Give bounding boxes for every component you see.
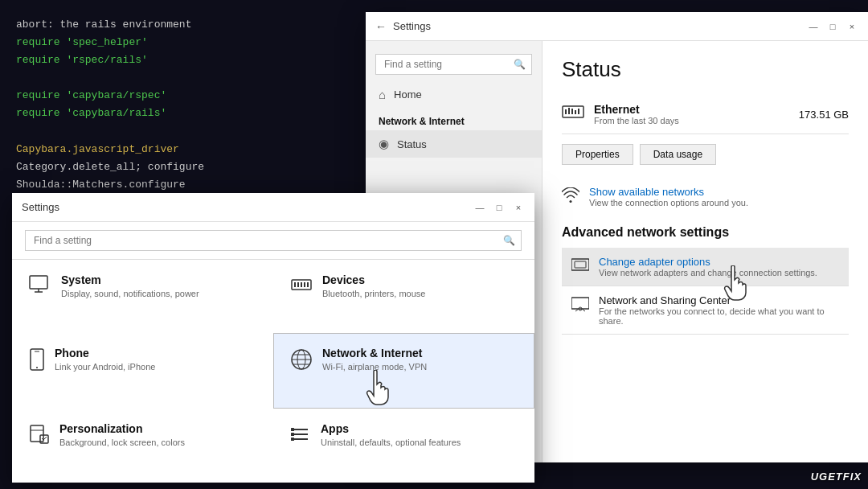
sidebar-home-label: Home (394, 88, 422, 101)
svg-rect-29 (31, 425, 43, 442)
front-search-input[interactable] (25, 230, 522, 251)
adapter-change-title[interactable]: Change adapter options (599, 256, 817, 268)
close-btn-back[interactable]: × (845, 20, 858, 33)
svg-rect-36 (291, 433, 294, 436)
settings-item-network[interactable]: Network & Internet Wi-Fi, airplane mode,… (273, 333, 534, 409)
front-search-bar: 🔍 (12, 222, 534, 260)
system-icon (29, 275, 51, 300)
sidebar-search-icon: 🔍 (514, 59, 526, 70)
title-bar-front: Settings — □ × (12, 193, 534, 222)
show-networks-sub: View the connection options around you. (589, 198, 748, 208)
svg-rect-7 (575, 261, 586, 268)
status-title: Status (562, 57, 849, 82)
svg-rect-20 (307, 282, 309, 287)
personalization-icon (29, 424, 50, 450)
title-bar-back: ← Settings — □ × (366, 12, 868, 41)
sidebar-search-input[interactable] (375, 54, 532, 75)
network-title: Network & Internet (322, 347, 427, 360)
apps-sub: Uninstall, defaults, optional features (321, 437, 461, 449)
status-icon: ◉ (379, 137, 389, 151)
svg-rect-37 (291, 438, 294, 441)
sidebar-status-label: Status (397, 138, 427, 150)
svg-rect-19 (304, 282, 305, 287)
advanced-title: Advanced network settings (562, 225, 849, 240)
settings-item-personalization[interactable]: Personalization Background, lock screen,… (12, 409, 273, 483)
svg-point-22 (36, 367, 38, 368)
svg-rect-1 (565, 109, 567, 114)
front-search-icon: 🔍 (503, 235, 515, 246)
sidebar-item-home[interactable]: ⌂ Home (366, 81, 542, 108)
adapter-option-sharing[interactable]: Network and Sharing Center For the netwo… (562, 286, 849, 335)
devices-title: Devices (322, 273, 425, 286)
devices-sub: Bluetooth, printers, mouse (322, 288, 425, 300)
settings-item-system[interactable]: System Display, sound, notifications, po… (12, 260, 273, 333)
title-back: Settings (393, 20, 807, 32)
svg-rect-3 (571, 109, 573, 114)
adapter-sharing-sub: For the networks you connect to, decide … (599, 306, 839, 326)
data-usage-button[interactable]: Data usage (640, 144, 716, 165)
svg-rect-2 (568, 108, 570, 114)
maximize-btn-back[interactable]: □ (826, 20, 839, 33)
minimize-btn-back[interactable]: — (807, 20, 820, 33)
sidebar-search-wrap: 🔍 (375, 54, 532, 75)
adapter-icon (571, 257, 589, 276)
minimize-btn-front[interactable]: — (473, 201, 486, 214)
settings-item-phone[interactable]: Phone Link your Android, iPhone (12, 333, 273, 409)
settings-window-front: Settings — □ × 🔍 (12, 193, 534, 483)
back-main-content: Status Ethernet (542, 41, 868, 462)
ethernet-name: Ethernet (594, 103, 679, 116)
ethernet-sub: From the last 30 days (594, 116, 679, 125)
ethernet-card: Ethernet From the last 30 days 173.51 GB (562, 95, 849, 134)
svg-rect-6 (571, 259, 589, 270)
phone-sub: Link your Android, iPhone (55, 361, 155, 373)
maximize-btn-front[interactable]: □ (493, 201, 506, 214)
apps-icon (290, 424, 311, 450)
ethernet-size: 173.51 GB (799, 109, 849, 121)
adapter-change-sub: View network adapters and change connect… (599, 268, 817, 277)
system-title: System (61, 273, 199, 286)
personalization-sub: Background, lock screen, colors (59, 437, 185, 449)
close-btn-front[interactable]: × (512, 201, 525, 214)
show-networks: Show available networks View the connect… (562, 178, 849, 216)
svg-rect-35 (291, 428, 294, 431)
sidebar-section-label: Network & Internet (366, 108, 542, 130)
watermark: UGETFIX (811, 471, 862, 483)
svg-rect-16 (294, 282, 296, 287)
settings-item-apps[interactable]: Apps Uninstall, defaults, optional featu… (273, 409, 534, 483)
adapter-sharing-title[interactable]: Network and Sharing Center (599, 294, 839, 306)
ethernet-buttons: Properties Data usage (562, 144, 849, 165)
svg-rect-12 (30, 276, 47, 289)
home-icon: ⌂ (379, 88, 386, 101)
settings-item-devices[interactable]: Devices Bluetooth, printers, mouse (273, 260, 534, 333)
show-networks-title[interactable]: Show available networks (589, 186, 748, 198)
system-sub: Display, sound, notifications, power (61, 288, 199, 300)
title-front: Settings (22, 201, 473, 213)
phone-title: Phone (55, 347, 155, 360)
ethernet-icon (562, 103, 584, 125)
sidebar-item-status[interactable]: ◉ Status (366, 130, 542, 158)
network-icon (290, 348, 313, 376)
devices-icon (290, 275, 313, 300)
svg-rect-5 (578, 109, 579, 114)
sharing-icon (571, 296, 589, 316)
back-button-back[interactable]: ← (375, 20, 387, 33)
svg-rect-4 (575, 110, 576, 114)
svg-rect-18 (301, 282, 302, 287)
apps-title: Apps (321, 422, 461, 435)
network-sub: Wi-Fi, airplane mode, VPN (322, 361, 427, 373)
personalization-title: Personalization (59, 422, 185, 435)
svg-rect-17 (297, 282, 299, 287)
properties-button[interactable]: Properties (562, 144, 633, 165)
phone-icon (29, 348, 45, 376)
wifi-icon (562, 187, 579, 208)
front-main-grid: System Display, sound, notifications, po… (12, 260, 534, 483)
adapter-option-change[interactable]: Change adapter options View network adap… (562, 248, 849, 286)
